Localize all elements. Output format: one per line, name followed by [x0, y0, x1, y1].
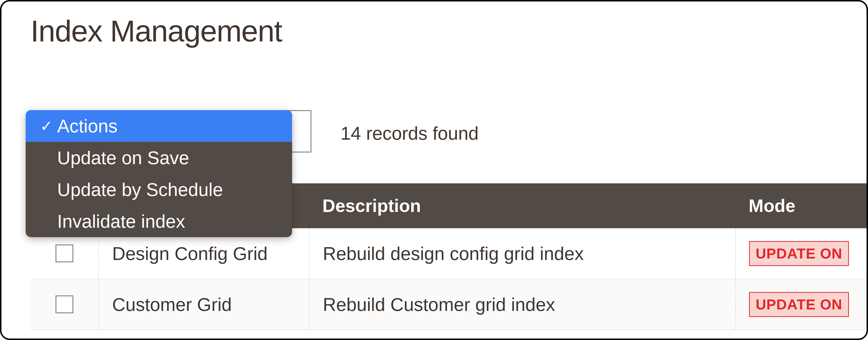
actions-dropdown-item-invalidate-index[interactable]: ✓ Invalidate index: [26, 205, 292, 237]
dropdown-item-label: Update on Save: [57, 147, 189, 168]
mode-badge: UPDATE ON: [749, 292, 849, 317]
row-description: Rebuild design config grid index: [309, 228, 735, 279]
row-checkbox[interactable]: [56, 295, 73, 313]
records-found-label: 14 records found: [341, 123, 478, 144]
dropdown-item-label: Invalidate index: [57, 211, 185, 232]
check-icon: ✓: [40, 117, 57, 135]
actions-dropdown-item-update-on-save[interactable]: ✓ Update on Save: [26, 142, 292, 174]
actions-dropdown-item-update-by-schedule[interactable]: ✓ Update by Schedule: [26, 174, 292, 205]
actions-dropdown[interactable]: ✓ Actions ✓ Update on Save ✓ Update by S…: [26, 110, 292, 237]
row-mode-cell: UPDATE ON: [735, 228, 867, 279]
row-mode-cell: UPDATE ON: [735, 279, 867, 330]
row-indexer: Customer Grid: [98, 279, 309, 330]
table-row: Customer Grid Rebuild Customer grid inde…: [31, 279, 867, 330]
row-description: Rebuild Customer grid index: [309, 279, 735, 330]
dropdown-item-label: Actions: [57, 115, 118, 137]
table-header-description[interactable]: Description: [309, 195, 735, 216]
dropdown-item-label: Update by Schedule: [57, 179, 223, 200]
actions-dropdown-item-actions[interactable]: ✓ Actions: [26, 110, 292, 142]
page-title: Index Management: [31, 13, 282, 48]
row-checkbox[interactable]: [56, 245, 73, 262]
mode-badge: UPDATE ON: [749, 241, 849, 266]
table-header-mode[interactable]: Mode: [735, 195, 867, 216]
